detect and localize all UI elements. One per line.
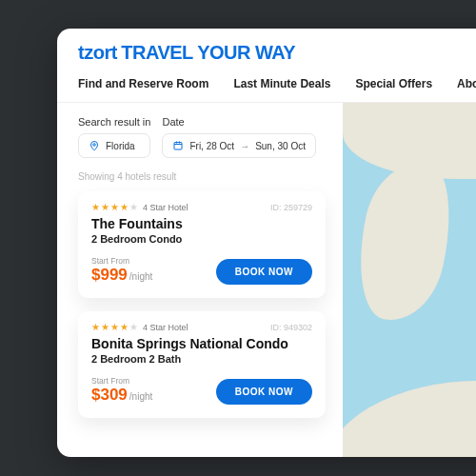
app-window: tzort TRAVEL YOUR WAY My Reservations Fi… — [57, 29, 476, 457]
logo-text: tzort — [78, 42, 117, 63]
svg-point-1 — [93, 144, 96, 147]
star-icon: ★ — [101, 323, 109, 332]
star-icon: ★ — [110, 323, 119, 332]
nav-about-us[interactable]: About Us — [457, 77, 476, 90]
date-from: Fri, 28 Oct — [189, 141, 234, 151]
price-col: Start From $309/night — [91, 376, 152, 405]
main-nav: Find and Reserve Room Last Minute Deals … — [57, 71, 476, 103]
star-rating: ★ ★ ★ ★ ★ 4 Star Hotel — [91, 203, 188, 212]
location-filter[interactable]: Florida — [78, 133, 150, 158]
calendar-icon — [172, 140, 184, 151]
price-per: /night — [129, 271, 152, 282]
start-from-label: Start From — [91, 376, 152, 386]
star-rating: ★ ★ ★ ★ ★ 4 Star Hotel — [91, 323, 188, 332]
star-icon: ★ — [101, 203, 109, 212]
star-icon: ★ — [120, 203, 129, 212]
hotel-subtitle: 2 Bedroom 2 Bath — [91, 353, 312, 365]
logo-tagline: TRAVEL YOUR WAY — [121, 42, 295, 63]
date-filter-group: Date Fri, 28 Oct → Sun, 30 Oct — [162, 116, 316, 158]
price-per: /night — [129, 391, 152, 402]
start-from-label: Start From — [91, 256, 152, 266]
hotel-card[interactable]: ★ ★ ★ ★ ★ 4 Star Hotel ID: 259729 The Fo… — [78, 191, 326, 298]
star-icon: ★ — [91, 203, 100, 212]
star-icon: ★ — [91, 323, 100, 332]
price-col: Start From $999/night — [91, 256, 152, 285]
filter-row: Search result in Florida Date Fri, 28 Oc… — [78, 116, 326, 158]
results-count: Showing 4 hotels result — [78, 171, 326, 182]
nav-last-minute[interactable]: Last Minute Deals — [233, 77, 330, 90]
hotel-card[interactable]: ★ ★ ★ ★ ★ 4 Star Hotel ID: 949302 Bonita… — [78, 311, 326, 418]
price-value: $999 — [91, 266, 128, 284]
map-canvas[interactable]: Alabama Zoom in or out to use the map — [343, 103, 476, 457]
date-filter[interactable]: Fri, 28 Oct → Sun, 30 Oct — [162, 133, 316, 158]
rating-label: 4 Star Hotel — [143, 323, 188, 332]
location-filter-value: Florida — [106, 141, 135, 151]
hotel-id: ID: 949302 — [270, 323, 312, 332]
hotel-name: The Fountains — [91, 216, 312, 231]
book-now-button[interactable]: BOOK NOW — [216, 259, 312, 285]
map-panel[interactable]: Alabama Zoom in or out to use the map — [343, 103, 476, 457]
star-icon: ★ — [110, 203, 119, 212]
price-value: $309 — [91, 386, 128, 404]
star-icon: ★ — [129, 323, 138, 332]
date-to: Sun, 30 Oct — [255, 141, 306, 151]
hotel-subtitle: 2 Bedroom Condo — [91, 233, 312, 245]
pin-icon — [89, 140, 100, 151]
nav-special-offers[interactable]: Special Offers — [355, 77, 432, 90]
logo[interactable]: tzort TRAVEL YOUR WAY — [78, 42, 295, 64]
svg-rect-2 — [174, 143, 182, 150]
date-filter-label: Date — [162, 116, 316, 128]
header: tzort TRAVEL YOUR WAY My Reservations — [57, 29, 476, 71]
results-panel: Search result in Florida Date Fri, 28 Oc… — [57, 103, 343, 457]
price-row: Start From $309/night BOOK NOW — [91, 376, 312, 405]
book-now-button[interactable]: BOOK NOW — [216, 379, 312, 405]
arrow-right-icon: → — [240, 141, 249, 151]
results-list: ★ ★ ★ ★ ★ 4 Star Hotel ID: 259729 The Fo… — [78, 191, 326, 418]
content-body: Search result in Florida Date Fri, 28 Oc… — [57, 103, 476, 457]
location-filter-group: Search result in Florida — [78, 116, 150, 158]
hotel-name: Bonita Springs National Condo — [91, 336, 312, 351]
rating-label: 4 Star Hotel — [143, 203, 188, 212]
star-icon: ★ — [120, 323, 129, 332]
rating-row: ★ ★ ★ ★ ★ 4 Star Hotel ID: 259729 — [91, 203, 312, 212]
hotel-id: ID: 259729 — [270, 203, 312, 212]
nav-find-reserve[interactable]: Find and Reserve Room — [78, 77, 208, 90]
star-icon: ★ — [129, 203, 138, 212]
location-filter-label: Search result in — [78, 116, 150, 128]
price-row: Start From $999/night BOOK NOW — [91, 256, 312, 285]
rating-row: ★ ★ ★ ★ ★ 4 Star Hotel ID: 949302 — [91, 323, 312, 332]
